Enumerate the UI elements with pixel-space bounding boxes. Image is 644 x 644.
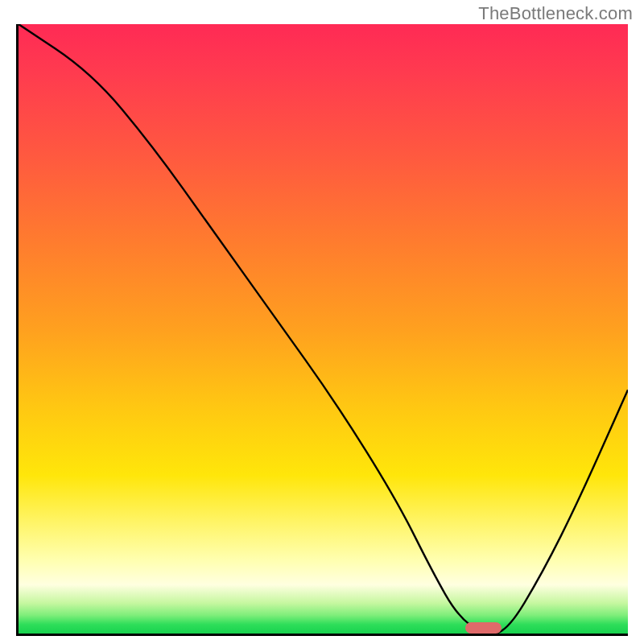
chart-frame: TheBottleneck.com (0, 0, 644, 644)
plot-area (16, 24, 628, 636)
optimal-marker (465, 622, 502, 634)
watermark-text: TheBottleneck.com (478, 3, 633, 24)
bottleneck-curve (19, 24, 628, 634)
